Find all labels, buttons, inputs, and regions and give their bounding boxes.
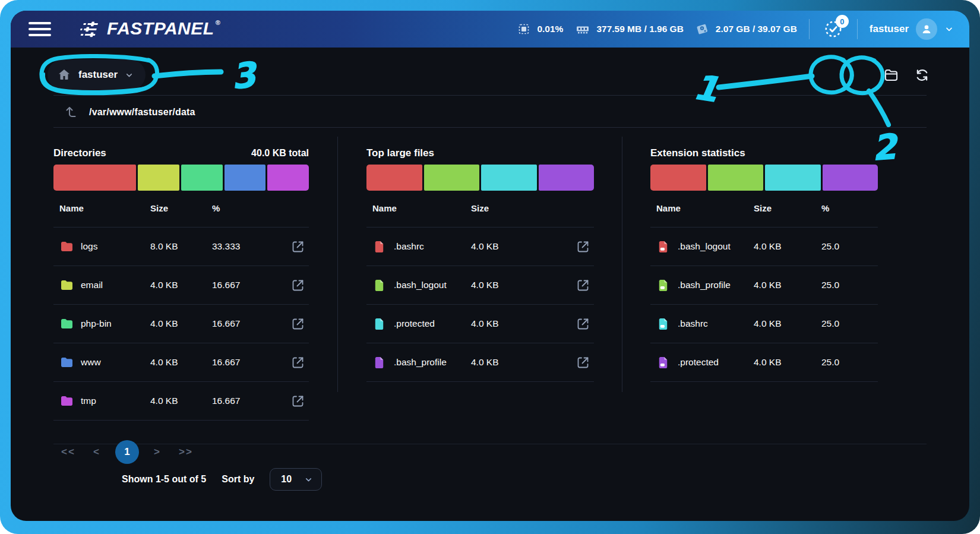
file-icon: [372, 356, 394, 369]
table-header: Name Size: [366, 203, 594, 215]
directory-percent: 33.333: [212, 241, 291, 252]
open-external-icon[interactable]: [576, 278, 594, 292]
file-icon: [372, 240, 394, 254]
extension-size: 4.0 KB: [754, 280, 821, 290]
file-size: 4.0 KB: [471, 318, 576, 329]
extension-percent: 25.0: [821, 318, 878, 329]
table-row: tmp 4.0 KB 16.667: [53, 381, 309, 420]
open-external-icon[interactable]: [291, 355, 309, 369]
breadcrumb-user-selector[interactable]: fastuser: [48, 59, 146, 90]
file-name: .bash_logout: [394, 280, 471, 290]
file-name: .bashrc: [394, 241, 471, 252]
disk-value: 2.07 GB / 39.07 GB: [716, 24, 797, 34]
divider: [53, 127, 927, 128]
disk-stat: 2.07 GB / 39.07 GB: [696, 22, 797, 36]
table-row: php-bin 4.0 KB 16.667: [53, 304, 309, 343]
directory-name: php-bin: [81, 318, 150, 329]
open-external-icon[interactable]: [576, 239, 594, 254]
next-page-button[interactable]: >: [147, 446, 167, 458]
extension-name: .protected: [678, 357, 754, 368]
fastpanel-logo[interactable]: FASTPANEL ®: [78, 20, 220, 39]
extension-name: .bashrc: [678, 318, 754, 329]
directories-total: 40.0 KB total: [251, 148, 309, 159]
table-row: logs 8.0 KB 33.333: [53, 227, 309, 266]
table-header: Name Size %: [53, 203, 309, 215]
folder-icon: [59, 278, 81, 292]
column-header-size: Size: [471, 203, 594, 215]
disk-icon: [696, 22, 710, 36]
first-page-button[interactable]: <<: [58, 446, 78, 458]
fastpanel-logo-icon: [78, 20, 102, 39]
table-row: .bash_profile 4.0 KB: [366, 343, 594, 381]
divider: [53, 95, 927, 96]
file-size: 4.0 KB: [471, 241, 576, 252]
column-header-name: Name: [59, 203, 150, 215]
extension-file-icon: [656, 279, 678, 292]
column-header-size: Size: [150, 203, 212, 215]
directory-percent: 16.667: [212, 357, 291, 368]
extension-name: .bash_profile: [678, 280, 754, 290]
go-up-directory-icon[interactable]: [64, 105, 78, 119]
page-size-select[interactable]: 10: [270, 468, 322, 491]
bar-segment: [53, 165, 136, 191]
refresh-button[interactable]: [911, 64, 932, 86]
open-external-icon[interactable]: [576, 317, 594, 331]
brand-name: FASTPANEL: [107, 20, 214, 37]
last-page-button[interactable]: >>: [176, 446, 196, 458]
top-files-usage-bar: [366, 165, 594, 191]
bar-segment: [708, 165, 764, 191]
open-external-icon[interactable]: [291, 239, 309, 254]
table-row: .bashrc 4.0 KB 25.0: [650, 304, 878, 343]
panel-title: Extension statistics: [650, 147, 745, 159]
bar-segment: [539, 165, 595, 191]
file-size: 4.0 KB: [471, 280, 576, 290]
open-folder-button[interactable]: [880, 64, 902, 86]
bar-segment: [823, 165, 878, 191]
bar-segment: [765, 165, 821, 191]
user-menu[interactable]: fastuser: [870, 18, 954, 40]
open-external-icon[interactable]: [576, 355, 594, 369]
panel-divider: [337, 137, 338, 392]
header-divider: [809, 19, 810, 39]
extensions-usage-bar: [650, 165, 878, 191]
folder-icon: [59, 239, 81, 254]
fastpanel-window: FASTPANEL ® 0.01% 377.59 MB / 1.96 GB: [11, 11, 969, 521]
bar-segment: [366, 165, 422, 191]
directory-size: 4.0 KB: [150, 280, 212, 290]
table-row: .bash_profile 4.0 KB 25.0: [650, 266, 878, 304]
extension-size: 4.0 KB: [754, 241, 821, 252]
column-header-percent: %: [821, 203, 878, 215]
panel-title: Top large files: [366, 147, 434, 159]
current-page-button[interactable]: 1: [115, 440, 139, 464]
registered-mark: ®: [216, 20, 220, 26]
ram-value: 377.59 MB / 1.96 GB: [596, 24, 683, 34]
open-external-icon[interactable]: [291, 394, 309, 408]
cpu-value: 0.01%: [537, 24, 563, 34]
extension-statistics-panel: Extension statistics Name Size % .bash_l…: [650, 147, 878, 382]
shown-count-label: Shown 1-5 out of 5: [122, 474, 206, 485]
notifications-button[interactable]: 0: [821, 17, 845, 41]
extension-percent: 25.0: [821, 241, 878, 252]
extension-size: 4.0 KB: [754, 357, 821, 368]
directories-panel: Directories 40.0 KB total Name Size % lo…: [53, 147, 309, 421]
top-large-files-panel: Top large files Name Size .bashrc 4.0 KB…: [366, 147, 594, 382]
directory-percent: 16.667: [212, 318, 291, 329]
bar-segment: [181, 165, 223, 191]
directories-usage-bar: [53, 165, 309, 191]
top-header-bar: FASTPANEL ® 0.01% 377.59 MB / 1.96 GB: [11, 11, 969, 48]
file-name: .bash_profile: [394, 357, 471, 368]
hamburger-menu-icon[interactable]: [29, 22, 51, 36]
extension-size: 4.0 KB: [754, 318, 821, 329]
current-path: /var/www/fastuser/data: [89, 107, 195, 118]
prev-page-button[interactable]: <: [87, 446, 107, 458]
username-label: fastuser: [870, 23, 909, 35]
table-row: .bash_logout 4.0 KB 25.0: [650, 227, 878, 266]
directory-name: logs: [81, 241, 150, 252]
pagination: << < 1 > >>: [58, 440, 196, 464]
table-row: .bash_logout 4.0 KB: [366, 266, 594, 304]
open-external-icon[interactable]: [291, 317, 309, 331]
bar-segment: [481, 165, 537, 191]
table-row: www 4.0 KB 16.667: [53, 343, 309, 381]
extension-file-icon: [656, 240, 678, 254]
open-external-icon[interactable]: [291, 278, 309, 292]
